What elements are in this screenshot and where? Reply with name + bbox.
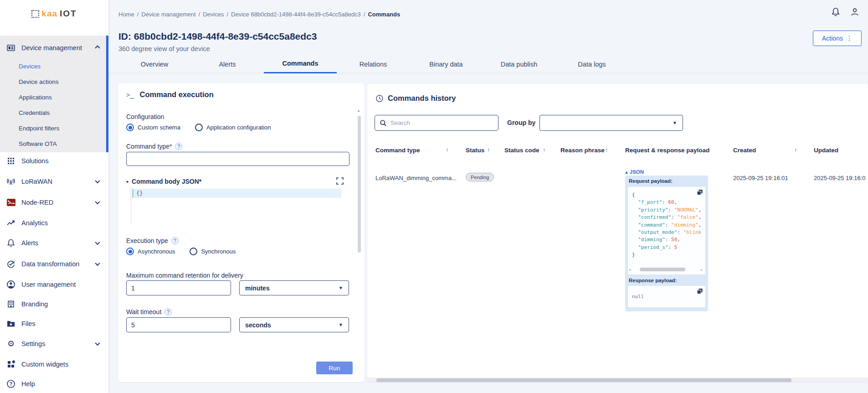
column-header-created[interactable]: Created [733, 147, 756, 154]
column-header-status[interactable]: Status [466, 147, 484, 154]
wait-timeout-unit-select[interactable]: seconds ▼ [239, 317, 349, 332]
column-header-updated[interactable]: Updated [814, 147, 838, 154]
sidebar-item-device-actions[interactable]: Device actions [0, 75, 105, 88]
account-icon[interactable] [849, 6, 861, 18]
sidebar-item-devices[interactable]: Devices [0, 60, 105, 72]
breadcrumb-separator: / [137, 11, 139, 18]
scrollbar-thumb[interactable] [640, 268, 685, 271]
node-red-icon [6, 198, 15, 207]
building-icon [6, 300, 15, 309]
execution-type-radios: Asynchronous Synchronous [126, 248, 236, 255]
sidebar-item-software-ota[interactable]: Software OTA [0, 137, 105, 150]
column-header-payload[interactable]: Request & response payload [625, 147, 709, 154]
sidebar-item-node-red[interactable]: Node-RED [0, 193, 107, 212]
sidebar-item-solutions[interactable]: Solutions [0, 152, 107, 170]
app-root: kaaIOT Device management Devices Device … [0, 0, 868, 393]
breadcrumb-commands: Commands [368, 11, 400, 18]
configuration-label: Configuration [126, 113, 164, 120]
sort-asc-icon[interactable]: ↑ [446, 147, 448, 153]
command-body-json-label[interactable]: ▾ Command body JSON* [126, 178, 201, 185]
sidebar-item-files[interactable]: Files [0, 315, 107, 333]
breadcrumb-separator: / [364, 11, 365, 18]
payload-horizontal-scrollbar[interactable]: ◂ ▸ [629, 267, 704, 272]
tab-data-publish[interactable]: Data publish [483, 55, 555, 73]
tab-data-logs[interactable]: Data logs [555, 55, 628, 73]
configuration-radios: Custom schema Application configuration [126, 124, 271, 131]
actions-button-label: Actions [822, 35, 843, 42]
sidebar-item-lorawan[interactable]: LoRaWAN [0, 172, 107, 191]
group-by-select[interactable]: ▼ [539, 115, 683, 131]
solutions-icon [6, 156, 15, 165]
radio-synchronous[interactable] [190, 248, 197, 255]
sort-asc-icon[interactable]: ↑ [543, 147, 545, 153]
sidebar-item-device-management[interactable]: Device management [0, 39, 107, 57]
table-horizontal-scrollbar-thumb[interactable] [376, 378, 791, 382]
json-payload-toggle[interactable]: ▴ JSON [625, 169, 644, 175]
payload-card: Request payload: { "f_port": 60, "priori… [625, 176, 708, 311]
user-icon [6, 280, 15, 289]
sidebar-item-alerts[interactable]: Alerts [0, 234, 107, 252]
sidebar-subitem-label: Device actions [19, 78, 59, 85]
sidebar-item-applications[interactable]: Applications [0, 91, 105, 103]
help-badge-icon[interactable]: ? [171, 237, 179, 244]
tab-alerts[interactable]: Alerts [191, 55, 264, 73]
response-payload-code: null [628, 286, 705, 307]
breadcrumb-home[interactable]: Home [118, 11, 134, 18]
tab-commands[interactable]: Commands [264, 55, 337, 73]
help-badge-icon[interactable]: ? [164, 308, 172, 315]
breadcrumb-device-management[interactable]: Device management [141, 11, 195, 18]
sidebar-item-label: Settings [21, 340, 90, 347]
fullscreen-icon[interactable] [336, 177, 344, 185]
sidebar-item-user-management[interactable]: User management [0, 275, 107, 294]
tab-binary-data[interactable]: Binary data [410, 55, 483, 73]
sidebar-item-label: User management [21, 281, 101, 288]
sort-asc-icon[interactable]: ↑ [605, 147, 608, 153]
run-button[interactable]: Run [316, 362, 353, 374]
tab-overview[interactable]: Overview [118, 55, 191, 73]
breadcrumb-device-id[interactable]: Device 68b0cbd2-1498-44f4-8e39-c54cc5a8e… [231, 11, 361, 18]
radio-asynchronous[interactable] [126, 248, 134, 255]
commands-history-panel: Commands history Group by ▼ Command type… [367, 84, 868, 382]
sidebar-item-custom-widgets[interactable]: Custom widgets [0, 355, 107, 373]
sidebar-item-credentials[interactable]: Credentials [0, 106, 105, 119]
wait-timeout-value-input[interactable] [126, 317, 231, 332]
tab-relations[interactable]: Relations [337, 55, 410, 73]
sidebar-subitem-label: Credentials [19, 109, 50, 116]
editor-gutter-line [131, 187, 131, 224]
sidebar-item-branding[interactable]: Branding [0, 295, 107, 313]
terminal-icon: >_ [126, 91, 134, 98]
command-type-input[interactable] [126, 152, 349, 166]
help-badge-icon[interactable]: ? [175, 143, 182, 150]
gear-icon: ⚙ [6, 339, 15, 348]
column-header-command-type[interactable]: Command type [375, 147, 420, 154]
radio-custom-schema[interactable] [126, 124, 134, 131]
sidebar-subitem-label: Endpoint filters [19, 125, 59, 132]
scroll-left-icon[interactable]: ◂ [629, 268, 632, 272]
request-payload-json: { "f_port": 60, "priority": "NORMAL", "c… [632, 191, 701, 259]
column-header-reason-phrase[interactable]: Reason phrase [560, 147, 605, 154]
retention-unit-select[interactable]: minutes ▼ [239, 280, 349, 295]
retention-value-input[interactable] [126, 280, 231, 295]
breadcrumb-devices[interactable]: Devices [203, 11, 224, 18]
scroll-right-icon[interactable]: ▸ [701, 268, 704, 272]
sort-asc-icon[interactable]: ↑ [794, 147, 797, 153]
sort-asc-icon[interactable]: ↑ [487, 147, 490, 153]
sidebar-item-data-transformation[interactable]: Data transformation [0, 255, 107, 273]
sidebar-item-endpoint-filters[interactable]: Endpoint filters [0, 122, 105, 134]
breadcrumb-separator: / [199, 11, 200, 18]
vertical-scrollbar[interactable] [358, 116, 361, 253]
notifications-bell-icon[interactable] [830, 6, 842, 18]
sidebar-item-settings[interactable]: ⚙ Settings [0, 335, 107, 353]
search-input[interactable] [390, 119, 482, 126]
radio-application-configuration[interactable] [195, 124, 203, 131]
json-editor-line[interactable]: {} [132, 189, 341, 198]
bell-icon [6, 238, 15, 248]
scrollbar-up-arrow[interactable]: ▲ [357, 109, 360, 113]
response-payload-label: Response payload: [629, 278, 677, 283]
brand-logo[interactable]: kaaIOT [0, 5, 108, 22]
sidebar-item-analytics[interactable]: Analytics [0, 214, 107, 232]
copy-icon[interactable] [697, 288, 703, 295]
actions-button[interactable]: Actions ⋮ [813, 31, 862, 46]
sidebar-item-help[interactable]: ? Help [0, 375, 107, 393]
column-header-status-code[interactable]: Status code [504, 147, 539, 154]
